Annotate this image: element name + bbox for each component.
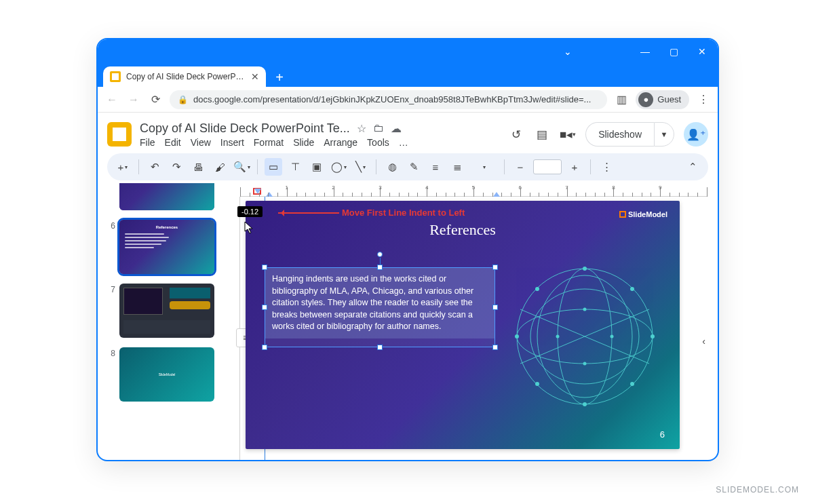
resize-handle-n[interactable]	[377, 265, 383, 270]
image-tool-icon[interactable]: ▣	[308, 158, 326, 176]
menu-more[interactable]: …	[399, 137, 408, 148]
menu-bar: File Edit View Insert Format Slide Arran…	[140, 137, 408, 148]
grid-view-icon[interactable]: ⊞	[109, 460, 119, 461]
guest-label: Guest	[657, 94, 681, 104]
window-maximize-button[interactable]: ▢	[669, 47, 678, 56]
textbox-tool-icon[interactable]: ⊤	[286, 158, 304, 176]
menu-insert[interactable]: Insert	[220, 137, 244, 148]
slide-page-number: 6	[660, 429, 665, 440]
resize-handle-s[interactable]	[377, 345, 383, 350]
slide-canvas[interactable]: ≡ References SlideModel 6	[240, 197, 707, 461]
shape-tool-icon[interactable]: ◯▾	[330, 158, 347, 176]
svg-point-17	[556, 335, 560, 338]
svg-point-14	[630, 382, 634, 386]
redo-icon[interactable]: ↷	[168, 158, 185, 176]
menu-slide[interactable]: Slide	[293, 137, 314, 148]
slideshow-button[interactable]: Slideshow	[585, 122, 654, 147]
annotation-arrow-icon	[278, 212, 339, 214]
slide-thumbnail-selected[interactable]: References	[119, 220, 214, 274]
slide-thumbnail[interactable]	[119, 284, 214, 338]
selected-textbox[interactable]: Hanging indents are used in the works ci…	[265, 267, 495, 347]
resize-handle-se[interactable]	[492, 345, 498, 350]
slide-title[interactable]: References	[246, 221, 680, 239]
share-button[interactable]: 👤⁺	[684, 122, 708, 147]
toolbar-more-icon[interactable]: ⋮	[598, 158, 615, 176]
tab-close-icon[interactable]: ✕	[251, 71, 259, 82]
window-close-button[interactable]: ✕	[697, 47, 707, 56]
nav-back-icon[interactable]: ←	[104, 92, 119, 107]
select-tool-icon[interactable]: ▭	[265, 158, 282, 176]
tab-title: Copy of AI Slide Deck PowerPoint	[126, 72, 246, 81]
rotate-handle[interactable]	[377, 252, 383, 257]
resize-handle-e[interactable]	[492, 305, 498, 310]
new-slide-button[interactable]: +▾	[114, 158, 132, 176]
textbox-content[interactable]: Hanging indents are used in the works ci…	[265, 268, 495, 338]
menu-format[interactable]: Format	[254, 137, 284, 148]
border-weight-icon[interactable]: ≡	[427, 158, 444, 176]
resize-handle-ne[interactable]	[492, 265, 498, 270]
reader-mode-icon[interactable]: ▥	[614, 92, 629, 107]
browser-tab-active[interactable]: Copy of AI Slide Deck PowerPoint ✕	[103, 66, 266, 87]
canvas-wrap: 123456789 -0.12 ≡ References SlideModel …	[225, 183, 708, 461]
doc-title[interactable]: Copy of AI Slide Deck PowerPoint Te...	[140, 121, 350, 136]
resize-handle-w[interactable]	[262, 305, 267, 310]
star-icon[interactable]: ☆	[357, 122, 366, 135]
svg-point-7	[583, 267, 587, 271]
lock-icon: 🔒	[178, 95, 188, 104]
line-tool-icon[interactable]: ╲▾	[351, 158, 369, 176]
border-color-icon[interactable]: ✎	[405, 158, 423, 176]
slides-app-icon[interactable]	[107, 122, 132, 147]
right-margin-marker[interactable]	[493, 192, 500, 197]
svg-point-9	[515, 334, 519, 338]
slideshow-dropdown-icon[interactable]: ▼	[654, 122, 674, 147]
slideshow-group: Slideshow ▼	[585, 122, 674, 147]
svg-point-8	[583, 402, 587, 406]
history-icon[interactable]: ↺	[508, 126, 524, 142]
window-dropdown-icon[interactable]: ⌄	[563, 47, 573, 56]
horizontal-ruler[interactable]: 123456789	[240, 183, 707, 197]
slide-thumbnail[interactable]: SlideModel	[119, 347, 214, 402]
annotation-callout: Move First Line Indent to Left	[278, 208, 465, 218]
border-dash-icon[interactable]: ≣	[448, 158, 466, 176]
move-folder-icon[interactable]: 🗀	[373, 122, 384, 134]
zoom-in-icon[interactable]: +	[566, 158, 583, 176]
expand-right-icon[interactable]: ‹	[702, 336, 705, 347]
thumb-number: 7	[106, 284, 115, 294]
slide: References SlideModel 6	[246, 201, 680, 449]
fill-color-icon[interactable]: ◍	[383, 158, 401, 176]
window-minimize-button[interactable]: —	[640, 47, 650, 56]
comments-icon[interactable]: ▤	[534, 126, 550, 142]
nav-reload-icon[interactable]: ⟳	[148, 92, 163, 107]
menu-file[interactable]: File	[140, 137, 155, 148]
collapse-toolbar-icon[interactable]: ⌃	[684, 158, 701, 176]
zoom-out-icon[interactable]: −	[511, 158, 529, 176]
menu-view[interactable]: View	[191, 137, 211, 148]
cloud-status-icon[interactable]: ☁	[391, 122, 402, 135]
left-indent-marker[interactable]	[266, 192, 273, 197]
undo-icon[interactable]: ↶	[146, 158, 163, 176]
menu-tools[interactable]: Tools	[367, 137, 389, 148]
paint-format-icon[interactable]: 🖌	[211, 158, 229, 176]
nav-forward-icon: →	[126, 92, 141, 107]
slidemodel-logo: SlideModel	[619, 210, 667, 218]
browser-menu-icon[interactable]: ⋮	[696, 92, 711, 107]
menu-edit[interactable]: Edit	[165, 137, 181, 148]
svg-point-13	[535, 382, 539, 386]
svg-point-11	[535, 287, 539, 291]
browser-toolbar: ← → ⟳ 🔒 docs.google.com/presentation/d/1…	[98, 87, 718, 113]
slides-header: Copy of AI Slide Deck PowerPoint Te... ☆…	[98, 113, 718, 153]
first-line-indent-marker[interactable]	[254, 189, 261, 194]
slide-thumbnail[interactable]	[119, 183, 214, 210]
meet-icon[interactable]: ■◂▾	[560, 126, 576, 142]
resize-handle-sw[interactable]	[262, 345, 267, 350]
geometric-sphere-icon	[503, 248, 666, 425]
zoom-icon[interactable]: 🔍▾	[233, 158, 250, 176]
new-tab-button[interactable]: +	[270, 68, 289, 87]
zoom-value-box[interactable]	[533, 159, 562, 174]
transition-icon[interactable]: ▾	[470, 158, 497, 176]
resize-handle-nw[interactable]	[262, 265, 267, 270]
print-icon[interactable]: 🖶	[189, 158, 207, 176]
profile-guest-chip[interactable]: ● Guest	[636, 90, 689, 109]
address-bar[interactable]: 🔒 docs.google.com/presentation/d/1ejGbki…	[170, 90, 607, 109]
menu-arrange[interactable]: Arrange	[324, 137, 357, 148]
